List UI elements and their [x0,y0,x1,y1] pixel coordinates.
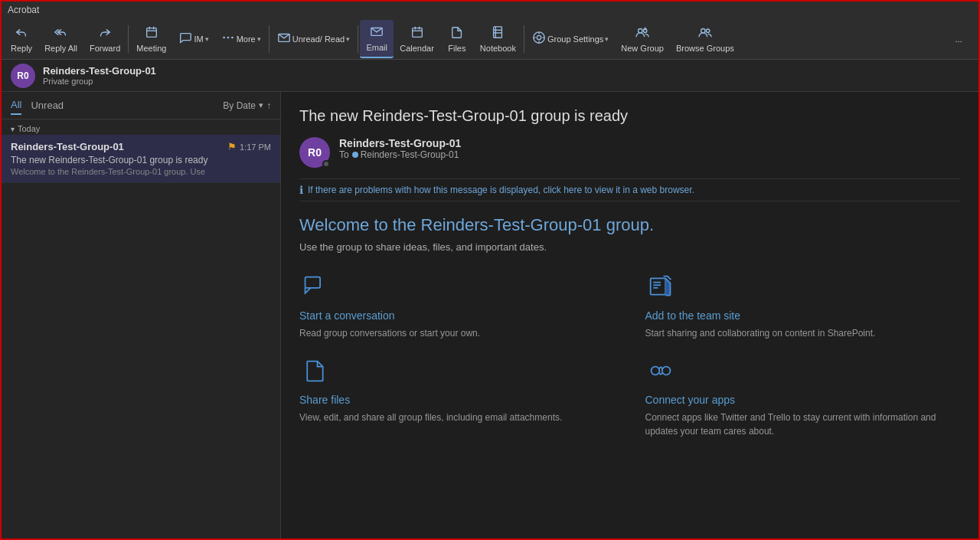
svg-rect-0 [147,28,157,37]
presence-dot [322,160,330,168]
feature-connect-apps-desc: Connect apps like Twitter and Trello to … [645,411,961,438]
separator-1 [128,25,129,53]
toolbar: Reply Reply All Forward Meeting IM ▾ [2,18,978,60]
reply-all-button[interactable]: Reply All [38,20,83,58]
svg-rect-29 [650,278,665,294]
forward-icon [98,25,112,42]
svg-point-5 [227,37,229,39]
section-today: ▾ Today [2,119,280,135]
new-group-button[interactable]: New Group [615,20,670,58]
email-tab-button[interactable]: Email [360,20,394,58]
im-icon [178,31,192,47]
email-icon [370,25,384,41]
files-button[interactable]: Files [440,20,474,58]
email-meta-right: ⚑ 1:17 PM [227,141,271,152]
sort-arrow-icon: ▾ [259,100,263,110]
svg-rect-28 [305,277,321,288]
im-button[interactable]: IM ▾ [172,20,214,58]
main-content: All Unread By Date ▾ ↑ ▾ Today Reinders-… [2,92,978,540]
info-message: If there are problems with how this mess… [308,185,694,195]
group-settings-button[interactable]: Group Settings ▾ [526,20,615,58]
separator-3 [358,25,358,53]
reading-pane: The new Reinders-Test-Group-01 group is … [281,92,978,540]
feature-conversation: Start a conversation Read group conversa… [299,271,615,340]
team-site-icon [645,271,676,302]
group-settings-label: Group Settings [547,34,603,44]
tab-all[interactable]: All [11,96,21,115]
conversation-icon [299,271,330,302]
sort-button[interactable]: By Date ▾ ↑ [223,100,271,111]
svg-point-4 [223,37,225,39]
new-group-label: New Group [621,44,664,53]
svg-rect-9 [412,28,422,37]
svg-point-34 [662,367,670,375]
feature-share-files: Share files View, edit, and share all gr… [299,355,615,438]
sort-direction-icon: ↑ [266,100,271,111]
forward-button[interactable]: Forward [83,20,126,58]
forward-label: Forward [90,44,120,53]
sidebar: All Unread By Date ▾ ↑ ▾ Today Reinders-… [2,92,281,540]
overflow-label: ... [955,34,962,44]
unread-read-button[interactable]: Unread/ Read ▾ [271,20,357,58]
reply-all-label: Reply All [44,44,77,53]
reply-label: Reply [11,44,32,53]
section-chevron-icon: ▾ [11,125,15,133]
email-meta: R0 Reinders-Test-Group-01 To Reinders-Te… [299,137,960,168]
feature-grid: Start a conversation Read group conversa… [299,271,960,438]
feature-connect-apps: Connect your apps Connect apps like Twit… [645,355,961,438]
sender-avatar: R0 [299,137,330,168]
sender-details: Reinders-Test-Group-01 To Reinders-Test-… [339,137,461,160]
notebook-button[interactable]: Notebook [474,20,522,58]
sidebar-list: ▾ Today Reinders-Test-Group-01 ⚑ 1:17 PM… [2,119,280,540]
title-bar: Acrobat [2,2,978,18]
share-files-icon [299,355,330,386]
calendar-button[interactable]: Calendar [394,20,440,58]
group-type: Private group [43,77,156,86]
feature-conversation-desc: Read group conversations or start your o… [299,326,615,340]
new-group-icon [635,25,649,42]
browse-groups-label: Browse Groups [676,44,734,53]
overflow-button[interactable]: ... [942,20,975,58]
flag-icon: ⚑ [227,141,237,152]
meeting-button[interactable]: Meeting [130,20,172,58]
meeting-icon [145,25,158,42]
group-dot-icon [352,152,358,158]
feature-conversation-title: Start a conversation [299,309,615,322]
more-dropdown-arrow: ▾ [257,35,261,43]
group-settings-dropdown-arrow: ▾ [605,35,609,43]
app-title: Acrobat [8,5,39,15]
email-body-preview: Welcome to the Reinders-Test-Group-01 gr… [11,167,271,176]
meeting-label: Meeting [136,44,166,53]
group-avatar: R0 [11,64,35,88]
email-list-item[interactable]: Reinders-Test-Group-01 ⚑ 1:17 PM The new… [2,135,280,183]
svg-point-27 [706,28,710,32]
group-header: R0 Reinders-Test-Group-01 Private group [2,60,978,92]
sender-to: To Reinders-Test-Group-01 [339,149,461,160]
browse-groups-button[interactable]: Browse Groups [670,20,740,58]
to-group-name: Reinders-Test-Group-01 [361,149,459,160]
welcome-subtitle: Use the group to share ideas, files, and… [299,241,960,253]
browse-groups-icon [698,25,712,42]
feature-share-files-desc: View, edit, and share all group files, i… [299,411,615,424]
more-button[interactable]: More ▾ [215,20,267,58]
sender-name: Reinders-Test-Group-01 [339,137,461,149]
feature-team-site-desc: Start sharing and collaborating on conte… [645,326,961,340]
notebook-label: Notebook [480,44,516,53]
svg-point-6 [231,37,234,39]
separator-2 [269,25,270,53]
reply-button[interactable]: Reply [5,20,38,58]
more-icon [221,31,235,47]
email-title: The new Reinders-Test-Group-01 group is … [299,107,960,125]
tab-unread[interactable]: Unread [31,97,64,114]
svg-point-33 [651,367,659,375]
email-subject-preview: The new Reinders-Test-Group-01 group is … [11,155,271,165]
email-label: Email [366,43,387,52]
feature-share-files-title: Share files [299,394,615,406]
more-label: More [237,34,256,44]
unread-icon [277,31,291,47]
svg-point-22 [639,28,642,32]
svg-point-17 [537,35,541,39]
connect-apps-icon [645,355,676,386]
calendar-icon [410,25,424,42]
info-icon: ℹ [299,184,303,196]
